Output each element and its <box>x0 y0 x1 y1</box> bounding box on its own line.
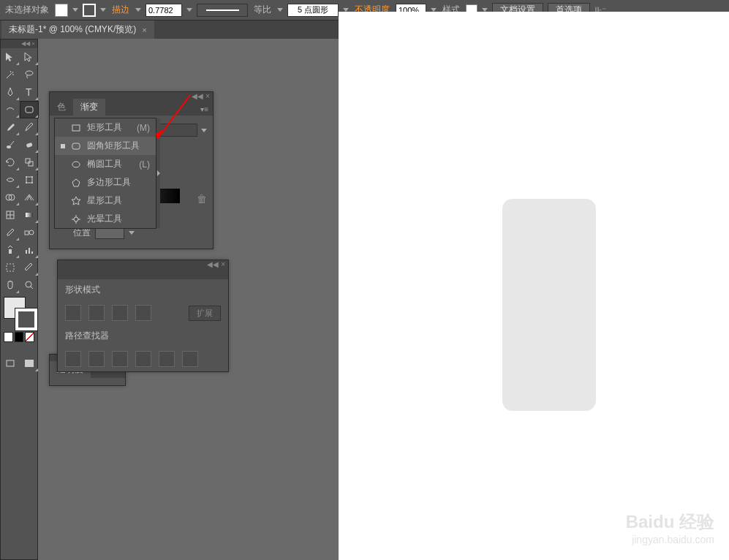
rounded-rectangle-icon <box>71 141 81 151</box>
trim-icon[interactable] <box>88 351 105 367</box>
svg-rect-21 <box>31 251 33 254</box>
fill-swatch[interactable] <box>55 4 68 17</box>
paintbrush-tool[interactable] <box>1 118 20 136</box>
outline-icon[interactable] <box>159 351 175 367</box>
flyout-tearoff-handle[interactable] <box>156 118 160 228</box>
stroke-color-box[interactable] <box>15 309 37 330</box>
unite-icon[interactable] <box>65 305 81 321</box>
close-tab-icon[interactable]: × <box>142 26 146 34</box>
svg-marker-29 <box>72 179 80 186</box>
gradient-tool[interactable] <box>20 206 39 224</box>
no-selection-label: 未选择对象 <box>4 4 50 16</box>
lasso-tool[interactable] <box>20 66 39 83</box>
zoom-tool[interactable] <box>20 276 39 294</box>
stroke-dropdown-icon[interactable] <box>100 8 106 12</box>
swatch-none[interactable] <box>25 332 34 342</box>
trash-icon[interactable]: 🗑 <box>197 193 207 205</box>
shape-tool-flyout: 矩形工具 (M) 圆角矩形工具 椭圆工具 (L) 多边形工具 星形工具 光晕工具 <box>54 118 156 229</box>
eyedropper-tool[interactable] <box>1 224 20 241</box>
swatch-black[interactable] <box>15 332 24 342</box>
stroke-swatch[interactable] <box>83 4 96 17</box>
blend-tool[interactable] <box>20 224 39 241</box>
symbol-sprayer-tool[interactable] <box>1 241 20 259</box>
magic-wand-tool[interactable] <box>1 66 20 83</box>
selected-marker-icon <box>61 144 65 148</box>
artboard-tool[interactable] <box>1 259 20 276</box>
intersect-icon[interactable] <box>112 305 128 321</box>
eraser-tool[interactable] <box>20 136 39 154</box>
pathfinder-panel: ◀◀ × 形状模式 扩展 路径查找器 <box>57 260 229 372</box>
ratio-label: 等比 <box>252 4 273 16</box>
svg-rect-27 <box>72 143 80 149</box>
rotate-tool[interactable] <box>1 154 20 171</box>
pathfinder-collapse[interactable]: ◀◀ × <box>58 260 228 269</box>
svg-point-11 <box>31 182 33 183</box>
minus-front-icon[interactable] <box>88 305 105 321</box>
ellipse-icon <box>71 159 81 170</box>
flyout-star[interactable]: 星形工具 <box>55 192 156 210</box>
stroke-weight-dd-icon[interactable] <box>186 8 192 12</box>
gradient-tab[interactable]: 渐变 <box>73 99 105 116</box>
rectangle-tool[interactable] <box>20 101 39 118</box>
stroke-weight-down-icon[interactable] <box>135 8 141 12</box>
svg-text:T: T <box>26 86 32 98</box>
type-tool[interactable]: T <box>20 83 39 101</box>
shape-builder-tool[interactable] <box>1 189 20 206</box>
perspective-grid-tool[interactable] <box>20 189 39 206</box>
flyout-rounded-rectangle[interactable]: 圆角矩形工具 <box>55 137 156 155</box>
mini-swatches <box>1 330 37 344</box>
slice-tool[interactable] <box>20 259 39 276</box>
flyout-polygon[interactable]: 多边形工具 <box>55 173 156 192</box>
rounded-rectangle-shape[interactable] <box>502 199 596 411</box>
exclude-icon[interactable] <box>135 305 151 321</box>
hand-tool[interactable] <box>1 276 20 294</box>
flyout-label: 矩形工具 <box>87 121 122 134</box>
line-tool[interactable] <box>1 101 20 118</box>
flyout-label: 多边形工具 <box>87 176 131 189</box>
swatch-color[interactable] <box>4 332 13 342</box>
flyout-label: 光晕工具 <box>87 213 122 225</box>
screen-mode-normal[interactable] <box>1 355 20 372</box>
flyout-ellipse[interactable]: 椭圆工具 (L) <box>55 155 156 173</box>
crop-icon[interactable] <box>135 351 151 367</box>
divide-icon[interactable] <box>65 351 81 367</box>
svg-rect-24 <box>7 360 14 366</box>
gradient-type-dd-icon[interactable] <box>201 129 207 132</box>
stroke-label[interactable]: 描边 <box>110 4 131 16</box>
fill-dropdown-icon[interactable] <box>72 8 78 12</box>
stroke-style-selector[interactable] <box>197 4 248 17</box>
selection-tool[interactable] <box>1 48 20 66</box>
rectangle-icon <box>71 123 81 133</box>
position-field-dd[interactable] <box>129 231 135 235</box>
stroke-weight-input[interactable] <box>146 4 182 17</box>
pencil-tool[interactable] <box>20 118 39 136</box>
scale-tool[interactable] <box>20 154 39 171</box>
corner-input[interactable] <box>287 4 339 17</box>
svg-point-10 <box>26 182 27 183</box>
document-tab[interactable]: 未标题-1* @ 100% (CMYK/预览) × <box>1 20 154 39</box>
minus-back-icon[interactable] <box>182 351 198 367</box>
column-graph-tool[interactable] <box>20 241 39 259</box>
panel-menu-icon[interactable]: ▾≡ <box>196 103 213 116</box>
flyout-shortcut: (M) <box>137 123 150 133</box>
blob-brush-tool[interactable] <box>1 136 20 154</box>
toolbox-header[interactable]: ◀◀ × <box>1 39 37 48</box>
width-tool[interactable] <box>1 171 20 189</box>
direct-selection-tool[interactable] <box>20 48 39 66</box>
screen-mode-full[interactable] <box>20 355 39 372</box>
svg-rect-25 <box>25 360 34 367</box>
mesh-tool[interactable] <box>1 206 20 224</box>
free-transform-tool[interactable] <box>20 171 39 189</box>
polygon-icon <box>71 178 81 188</box>
flyout-rectangle[interactable]: 矩形工具 (M) <box>55 118 156 137</box>
svg-point-17 <box>29 230 34 235</box>
merge-icon[interactable] <box>112 351 128 367</box>
flyout-shortcut: (L) <box>139 159 150 170</box>
flyout-flare[interactable]: 光晕工具 <box>55 210 156 228</box>
color-tab[interactable]: 色 <box>50 99 73 116</box>
flyout-label: 圆角矩形工具 <box>87 140 140 152</box>
stroke-line-preview <box>206 10 239 11</box>
expand-button[interactable]: 扩展 <box>189 306 221 321</box>
ratio-dd-icon[interactable] <box>277 8 283 12</box>
pen-tool[interactable] <box>1 83 20 101</box>
